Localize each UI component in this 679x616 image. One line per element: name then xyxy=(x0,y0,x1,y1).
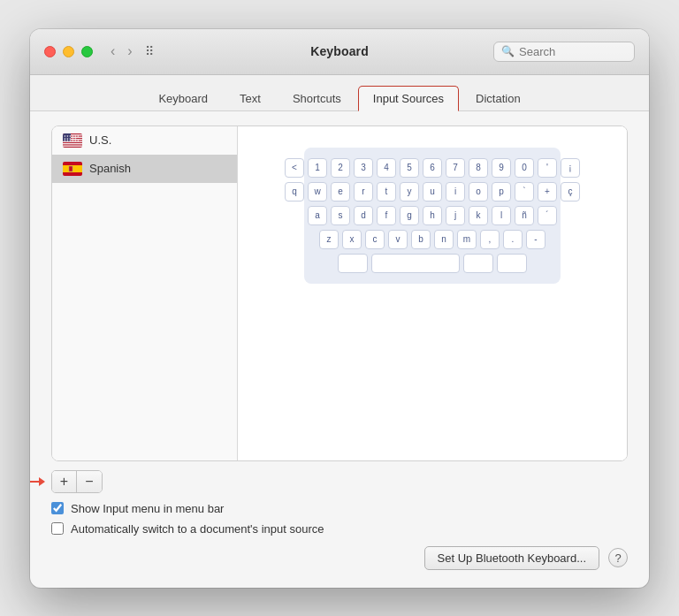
back-button[interactable]: ‹ xyxy=(107,43,118,59)
window-title: Keyboard xyxy=(310,44,369,58)
search-box[interactable]: 🔍 xyxy=(493,42,635,62)
help-button[interactable]: ? xyxy=(608,548,628,567)
source-item-spanish[interactable]: Spanish xyxy=(52,155,237,183)
key-x: x xyxy=(342,230,362,249)
remove-source-button[interactable]: − xyxy=(77,471,102,492)
key-k: k xyxy=(469,206,488,225)
main-panel: ★★★★★★ ★★★★★ ★★★★★★ U.S. xyxy=(51,125,628,461)
key-row-5 xyxy=(317,254,548,273)
source-item-us[interactable]: ★★★★★★ ★★★★★ ★★★★★★ U.S. xyxy=(52,126,237,155)
keyboard-visual: < 1 2 3 4 5 6 7 8 9 0 ' ¡ xyxy=(304,148,561,284)
key-extra3 xyxy=(497,254,527,273)
key-g: g xyxy=(400,206,419,225)
key-9: 9 xyxy=(492,158,511,178)
close-button[interactable] xyxy=(44,46,56,57)
add-source-button[interactable]: + xyxy=(52,471,77,492)
source-label-spanish: Spanish xyxy=(89,162,131,175)
traffic-lights xyxy=(44,46,93,57)
key-dash: - xyxy=(526,230,545,249)
tab-dictation[interactable]: Dictation xyxy=(461,86,536,111)
checkbox-row-show-menu: Show Input menu in menu bar xyxy=(51,502,628,515)
auto-switch-label: Automatically switch to a document's inp… xyxy=(71,522,324,536)
key-ccedil: ç xyxy=(561,182,580,202)
keyboard-preferences-window: ‹ › ⠿ Keyboard 🔍 Keyboard Text Shortcuts… xyxy=(30,29,649,588)
key-i: i xyxy=(446,182,465,202)
key-n: n xyxy=(434,230,454,249)
key-extra1 xyxy=(338,254,368,273)
show-input-menu-checkbox[interactable] xyxy=(51,502,64,514)
key-p: p xyxy=(492,182,511,202)
key-4: 4 xyxy=(377,158,396,178)
keyboard-preview: < 1 2 3 4 5 6 7 8 9 0 ' ¡ xyxy=(238,126,627,460)
maximize-button[interactable] xyxy=(81,46,93,57)
key-extra2 xyxy=(463,254,493,273)
key-acute: ´ xyxy=(538,206,557,225)
key-u: u xyxy=(423,182,442,202)
key-7: 7 xyxy=(446,158,465,178)
tab-shortcuts[interactable]: Shortcuts xyxy=(278,86,356,111)
key-lt: < xyxy=(285,158,304,178)
key-h: h xyxy=(423,206,442,225)
grid-icon[interactable]: ⠿ xyxy=(145,44,154,58)
key-0: 0 xyxy=(515,158,534,178)
key-5: 5 xyxy=(400,158,419,178)
key-z: z xyxy=(319,230,339,249)
checkbox-row-auto-switch: Automatically switch to a document's inp… xyxy=(51,522,628,536)
key-v: v xyxy=(388,230,408,249)
us-flag-icon: ★★★★★★ ★★★★★ ★★★★★★ xyxy=(63,133,82,148)
key-e: e xyxy=(331,182,350,202)
es-flag-icon xyxy=(63,162,82,176)
svg-text:★★★★★★: ★★★★★★ xyxy=(64,138,80,141)
svg-rect-6 xyxy=(63,145,82,146)
key-plus: + xyxy=(538,182,557,202)
key-c: c xyxy=(365,230,385,249)
key-w: w xyxy=(308,182,327,202)
auto-switch-checkbox[interactable] xyxy=(51,522,64,535)
key-row-2: q w e r t y u i o p ` + ç xyxy=(317,182,548,202)
minimize-button[interactable] xyxy=(63,46,74,57)
key-row-3: a s d f g h j k l ñ ´ xyxy=(317,206,548,225)
key-f: f xyxy=(377,206,396,225)
key-j: j xyxy=(446,206,465,225)
key-d: d xyxy=(354,206,373,225)
key-row-1: < 1 2 3 4 5 6 7 8 9 0 ' ¡ xyxy=(317,158,548,178)
key-r: r xyxy=(354,182,373,202)
tab-keyboard[interactable]: Keyboard xyxy=(143,86,223,111)
key-comma: , xyxy=(480,230,500,249)
key-iexcl: ¡ xyxy=(561,158,580,178)
key-t: t xyxy=(377,182,396,202)
sources-list: ★★★★★★ ★★★★★ ★★★★★★ U.S. xyxy=(52,126,238,460)
arrow-indicator xyxy=(30,477,45,486)
forward-button[interactable]: › xyxy=(124,43,135,59)
arrow-line xyxy=(30,481,39,483)
add-remove-buttons: + − xyxy=(51,470,103,493)
content-area: ★★★★★★ ★★★★★ ★★★★★★ U.S. xyxy=(30,111,649,588)
key-backtick: ` xyxy=(515,182,534,202)
key-8: 8 xyxy=(469,158,488,178)
tab-input-sources[interactable]: Input Sources xyxy=(358,86,459,111)
tabs-bar: Keyboard Text Shortcuts Input Sources Di… xyxy=(30,75,649,111)
key-q: q xyxy=(285,182,304,202)
key-s: s xyxy=(331,206,350,225)
key-space xyxy=(371,254,460,273)
key-o: o xyxy=(469,182,488,202)
nav-buttons: ‹ › xyxy=(107,43,136,59)
key-row-4: z x c v b n m , . - xyxy=(317,230,548,249)
search-input[interactable] xyxy=(519,45,627,58)
key-a: a xyxy=(308,206,327,225)
key-ntilde: ñ xyxy=(515,206,534,225)
svg-rect-13 xyxy=(69,166,72,171)
search-icon: 🔍 xyxy=(501,45,515,57)
show-input-menu-label: Show Input menu in menu bar xyxy=(71,502,224,515)
add-remove-container: + − xyxy=(51,470,103,493)
key-y: y xyxy=(400,182,419,202)
tab-text[interactable]: Text xyxy=(225,86,276,111)
key-1: 1 xyxy=(308,158,327,178)
bottom-bar: + − xyxy=(51,461,628,493)
titlebar: ‹ › ⠿ Keyboard 🔍 xyxy=(30,29,649,75)
arrow-head xyxy=(39,477,45,486)
checkboxes-area: Show Input menu in menu bar Automaticall… xyxy=(51,502,628,536)
key-apos: ' xyxy=(538,158,557,178)
footer-buttons: Set Up Bluetooth Keyboard... ? xyxy=(51,536,628,570)
setup-bluetooth-button[interactable]: Set Up Bluetooth Keyboard... xyxy=(424,546,599,570)
